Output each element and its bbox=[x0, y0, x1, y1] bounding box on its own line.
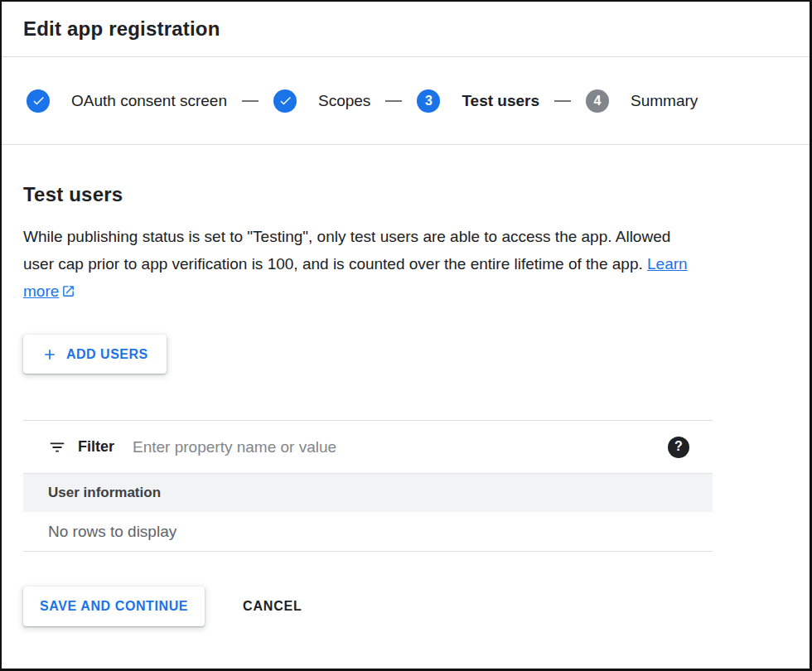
stepper-step-oauth-consent-screen[interactable]: OAuth consent screen bbox=[27, 89, 227, 113]
save-and-continue-button[interactable]: SAVE AND CONTINUE bbox=[23, 587, 205, 626]
cancel-button[interactable]: CANCEL bbox=[239, 589, 305, 624]
step-label: Scopes bbox=[318, 92, 370, 110]
table-empty-state: No rows to display bbox=[23, 512, 713, 552]
stepper-step-scopes[interactable]: Scopes bbox=[273, 89, 370, 113]
step-separator bbox=[554, 100, 571, 102]
check-circle-icon bbox=[273, 89, 297, 113]
check-circle-icon bbox=[27, 89, 50, 113]
description-text: While publishing status is set to "Testi… bbox=[23, 223, 704, 305]
step-label: Summary bbox=[631, 92, 698, 110]
page-header: Edit app registration bbox=[2, 2, 810, 57]
edit-app-registration-page: Edit app registration OAuth consent scre… bbox=[2, 2, 810, 626]
add-users-label: ADD USERS bbox=[66, 347, 148, 362]
step-label: Test users bbox=[462, 92, 539, 110]
section-title: Test users bbox=[23, 183, 788, 206]
filter-icon bbox=[48, 438, 66, 456]
help-icon[interactable]: ? bbox=[668, 437, 689, 458]
add-users-button[interactable]: ADD USERS bbox=[23, 335, 167, 374]
description-body: While publishing status is set to "Testi… bbox=[23, 228, 670, 273]
main-content: Test users While publishing status is se… bbox=[2, 183, 810, 626]
footer-actions: SAVE AND CONTINUE CANCEL bbox=[23, 587, 788, 626]
page-title: Edit app registration bbox=[23, 17, 220, 41]
table-column-header: User information bbox=[23, 473, 713, 512]
step-number-badge: 4 bbox=[586, 89, 609, 113]
stepper-step-summary[interactable]: 4 Summary bbox=[586, 89, 698, 113]
filter-label: Filter bbox=[78, 438, 114, 456]
plus-icon bbox=[41, 346, 58, 363]
step-separator bbox=[385, 100, 402, 102]
filter-input[interactable] bbox=[133, 438, 656, 456]
filter-bar: Filter ? bbox=[23, 420, 713, 473]
step-number-badge: 3 bbox=[417, 89, 440, 113]
column-header-label: User information bbox=[48, 485, 161, 501]
stepper: OAuth consent screen Scopes 3 Test users… bbox=[2, 57, 810, 145]
stepper-step-test-users[interactable]: 3 Test users bbox=[417, 89, 539, 113]
step-label: OAuth consent screen bbox=[71, 92, 227, 110]
empty-state-label: No rows to display bbox=[48, 523, 176, 541]
external-link-icon bbox=[61, 284, 75, 298]
step-separator bbox=[242, 100, 259, 102]
test-users-table: Filter ? User information No rows to dis… bbox=[23, 420, 713, 552]
